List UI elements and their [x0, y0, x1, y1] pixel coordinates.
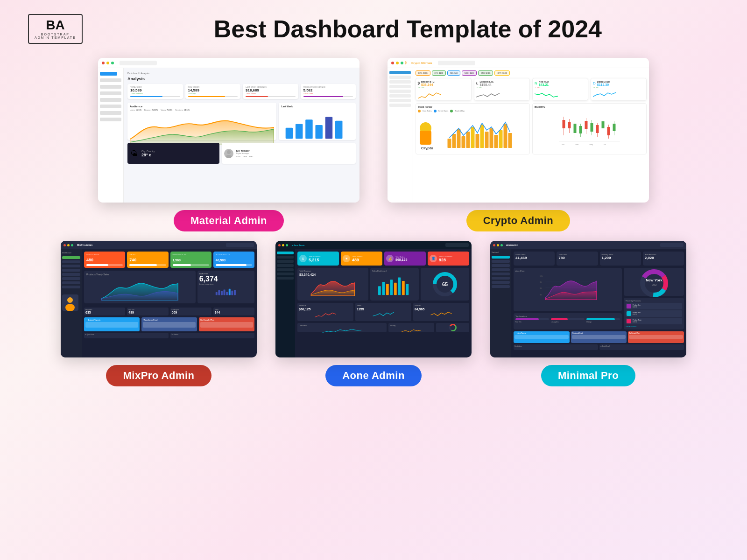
mixpro-nav-dashboard: [62, 256, 80, 259]
mixpro-social-feeds: 🐦 Latest Tweets f Facebook Feed G+ Googl…: [84, 317, 254, 331]
crypto-nav-tables: [389, 85, 411, 88]
aone-sales-chart: Sales Dashboard: [370, 268, 419, 301]
material-admin-card: Dashboard / Analysis Analysis TOTAL USER…: [98, 58, 359, 231]
svg-rect-31: [585, 121, 588, 129]
mixpro-stat-products: ALL PRODUCTS 40,583: [213, 252, 254, 268]
svg-rect-11: [462, 136, 465, 148]
mat-weather-widget: 🌤 City, Country 29° c: [127, 143, 219, 164]
mat-stat-users: TOTAL USER 10,589 +20% Increase: [127, 84, 183, 99]
mixpro-nav-components: [62, 265, 80, 267]
svg-text:60k: 60k: [540, 287, 542, 289]
aone-nav-support: [277, 256, 294, 259]
svg-rect-13: [471, 127, 475, 148]
minimal-area-chart: Area Chart: [514, 268, 622, 311]
svg-rect-20: [504, 124, 507, 148]
aone-charts: Total Revenue $3,340,424: [297, 268, 469, 301]
svg-rect-27: [574, 124, 577, 133]
crypto-nav-misc: [389, 104, 411, 107]
svg-text:100k: 100k: [540, 275, 543, 277]
mat-stat-earnings: LAST WEEK EARNINGS $18,689 +20% Down: [243, 84, 298, 99]
mixpro-admin-label: MixPro Admin: [106, 365, 211, 386]
mixpro-admin-screen: MixPro Admin Dashboard: [61, 241, 257, 357]
mat-nav-components: [100, 85, 121, 89]
svg-rect-63: [402, 281, 405, 295]
close-dot: [102, 62, 105, 64]
crypto-admin-screen: ₿ Crypto Ultimate: [388, 58, 649, 203]
svg-rect-60: [390, 280, 393, 295]
mat-page-heading: Analysis: [127, 77, 356, 81]
mat-stat-orders: NEW ORDER 14,589 +15% Up: [185, 84, 241, 99]
crypto-nav-apps: [389, 94, 411, 98]
aone-admin-label: Aone Admin: [325, 365, 422, 386]
aone-stat-sales: 💰 Total Sales $68,125: [384, 252, 426, 266]
minimal-stat-members: Add Members 2,020: [643, 252, 684, 266]
logo-letters: BA: [46, 19, 64, 32]
logo: BA BOOTSTRAPADMIN TEMPLATE: [28, 14, 83, 44]
minimal-social-feeds: 🐦 Latest Tweets f Facebook Feed G+ Googl…: [514, 331, 684, 343]
close-dot: [391, 62, 394, 64]
mixpro-sales-chart: Products Yearly Sales: [84, 271, 196, 303]
minimal-nav-features: [492, 268, 510, 271]
minimal-products-list: Recently Products Product One $24.99: [624, 298, 684, 329]
aone-nav-features: [277, 264, 294, 267]
minimal-stat-traffic: Store Traffic 41,469: [514, 252, 555, 266]
mat-breadcrumb: Dashboard / Analysis: [127, 72, 356, 75]
svg-rect-10: [457, 129, 461, 148]
crypto-coins: ₿ Bitcoin BTC $38,244 +2.15%: [416, 78, 647, 101]
svg-text:May: May: [590, 143, 593, 146]
svg-point-6: [227, 150, 231, 154]
svg-rect-56: [234, 290, 236, 295]
minimal-stats-row: Store Traffic 41,469 Total Likes 780 Mon…: [514, 252, 684, 266]
mixpro-nav-support: [62, 260, 80, 263]
mat-nav-misc: [100, 118, 121, 121]
aone-stat-customers: 👤 Total Customers 928: [428, 252, 469, 266]
bch-btc-chart: BCH/BTC: [532, 103, 647, 154]
search-bar: [120, 61, 157, 65]
mat-bottom: 🌤 City, Country 29° c: [127, 143, 356, 164]
minimal-donut-chart: New York 953: [624, 268, 684, 296]
mat-nav-tables: [100, 98, 121, 102]
aone-nav-components: [277, 260, 294, 263]
svg-text:80k: 80k: [540, 281, 542, 283]
mixpro-nav-misc: [62, 286, 80, 288]
svg-rect-23: [563, 120, 565, 128]
mixpro-stat-clients: NEW CLIENTS 480: [84, 252, 125, 268]
minimal-stat-likes: Total Likes 780: [557, 252, 598, 266]
svg-rect-39: [607, 127, 610, 135]
crypto-nav-support: [389, 76, 411, 79]
aone-gauge-chart: 65: [421, 268, 469, 301]
material-admin-screen: Dashboard / Analysis Analysis TOTAL USER…: [98, 58, 359, 203]
page-title: Best Dashboard Template of 2024: [97, 15, 719, 43]
mixpro-nav-apps: [62, 281, 80, 284]
crypto-nav-dashboard: [389, 71, 411, 74]
crypto-ticker: BTC: $38K LTC: $158 NIO: $43 NEO: $100 E…: [416, 70, 647, 76]
crypto-sidebar: [388, 68, 413, 203]
aone-nav-apps: [277, 277, 294, 280]
mat-nav-support: [100, 78, 121, 82]
mixpro-nav-tables: [62, 273, 80, 276]
crypto-admin-label: Crypto Admin: [466, 210, 571, 231]
min-dot: [396, 62, 399, 64]
svg-rect-14: [476, 134, 479, 148]
svg-rect-3: [316, 125, 323, 139]
mixpro-stat-740: SALES 740: [127, 252, 168, 268]
minimal-pro-label: Minimal Pro: [541, 365, 635, 386]
aone-bottom: Revenue $68,125 Sales 1255: [297, 303, 469, 321]
mixpro-quick-email: ✉ Quick Email Our Visitors: [84, 333, 254, 338]
crypto-search: [438, 61, 475, 65]
crypto-admin-card: ₿ Crypto Ultimate: [388, 58, 649, 231]
aone-nav-tables: [277, 268, 294, 271]
svg-rect-9: [452, 134, 456, 148]
svg-point-7: [226, 155, 232, 158]
aone-stats-row: $ Total Revenue 5,215 👁: [297, 252, 469, 266]
aone-admin-card: ▲ Aone Admin: [275, 241, 472, 386]
aone-sidebar: [275, 249, 295, 357]
crypto-charts: Stock Forger Cont Sales Smart Sales Trad…: [416, 103, 647, 154]
svg-rect-51: [221, 291, 223, 295]
svg-rect-25: [568, 122, 571, 128]
aone-nav-dashboard: [277, 252, 294, 254]
svg-rect-4: [325, 117, 332, 139]
dash-card: D Dash DASH $112.30 +3.8%: [591, 78, 647, 101]
mixpro-analysis-box: ANALYSIS 6,374 Increase in page views: [197, 271, 254, 303]
svg-rect-50: [218, 290, 220, 295]
